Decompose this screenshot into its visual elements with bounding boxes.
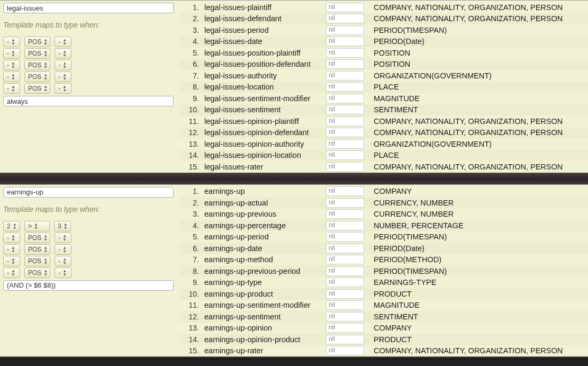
select-value: -: [58, 61, 60, 69]
select-value: -: [7, 50, 9, 57]
template-name-input[interactable]: [3, 3, 174, 13]
rule-b-select[interactable]: POS▲▼: [24, 256, 50, 266]
rule-a-select[interactable]: -▲▼: [3, 37, 20, 47]
slot-row: 15.earnings-up-raternilCOMPANY, NATIONAL…: [180, 345, 588, 357]
slot-name: earnings-up-product: [204, 290, 326, 298]
slot-default-input[interactable]: nil: [326, 128, 364, 137]
rule-b-select[interactable]: POS▲▼: [24, 37, 50, 47]
rule-a-select[interactable]: -▲▼: [3, 60, 20, 70]
rule-b-select[interactable]: POS▲▼: [24, 72, 50, 82]
slot-type: COMPANY: [374, 324, 588, 332]
rule-c-select[interactable]: -▲▼: [55, 60, 71, 70]
slot-default-input[interactable]: nil: [326, 198, 364, 208]
rule-a-select[interactable]: -▲▼: [3, 83, 20, 94]
stepper-arrows-icon: ▲▼: [62, 85, 67, 92]
slot-default-input[interactable]: nil: [326, 346, 364, 355]
slot-default-input[interactable]: nil: [326, 48, 364, 58]
slot-default-input[interactable]: nil: [326, 255, 364, 264]
slot-default-input[interactable]: nil: [326, 82, 364, 92]
stepper-arrows-icon: ▲▼: [62, 73, 67, 81]
rule-a-select[interactable]: -▲▼: [3, 267, 20, 278]
slot-default-cell: nil: [326, 323, 374, 333]
rule-c-select[interactable]: -▲▼: [55, 72, 71, 82]
slot-default-input[interactable]: nil: [326, 312, 364, 322]
rule-c-select[interactable]: -▲▼: [55, 233, 71, 243]
stepper-arrows-icon: ▲▼: [11, 61, 15, 69]
slot-row: 2.legal-issues-defendantnilCOMPANY, NATI…: [180, 13, 588, 25]
stepper-arrows-icon: ▲▼: [43, 73, 48, 81]
slot-default-input[interactable]: nil: [326, 117, 364, 126]
slot-default-input[interactable]: nil: [326, 139, 364, 149]
rule-b-select[interactable]: POS▲▼: [24, 83, 50, 94]
rule-a-select[interactable]: -▲▼: [3, 233, 20, 243]
slot-name: legal-issues-period: [204, 26, 326, 34]
template-name-input[interactable]: [3, 187, 174, 198]
rule-c-select[interactable]: -▲▼: [55, 256, 71, 266]
slot-default-input[interactable]: nil: [326, 94, 364, 103]
slot-type: COMPANY, NATIONALITY, ORGANIZATION, PERS…: [374, 3, 588, 12]
rule-b-select[interactable]: >▲▼: [24, 221, 50, 231]
slot-name: earnings-up-method: [204, 255, 326, 264]
slot-default-input[interactable]: nil: [326, 25, 364, 35]
slot-default-input[interactable]: nil: [326, 14, 364, 23]
slot-default-input[interactable]: nil: [326, 71, 364, 81]
slot-default-input[interactable]: nil: [326, 278, 364, 287]
slot-row: 8.legal-issues-locationnilPLACE: [180, 82, 588, 93]
slot-default-cell: nil: [326, 71, 374, 81]
slot-row: 5.earnings-up-periodnilPERIOD(TIMESPAN): [180, 231, 588, 243]
slot-default-input[interactable]: nil: [326, 59, 364, 69]
rule-a-select[interactable]: -▲▼: [3, 48, 20, 59]
slot-default-input[interactable]: nil: [326, 232, 364, 242]
slot-default-input[interactable]: nil: [326, 150, 364, 160]
slot-default-input[interactable]: nil: [326, 162, 364, 172]
rule-c-select[interactable]: -▲▼: [55, 37, 71, 47]
slot-default-input[interactable]: nil: [326, 323, 364, 333]
rule-row: -▲▼POS▲▼-▲▼: [3, 244, 177, 255]
section-label: Template maps to type when:: [3, 21, 177, 29]
rule-a-select[interactable]: -▲▼: [3, 256, 20, 266]
select-value: -: [7, 85, 9, 92]
select-value: 2: [7, 222, 11, 230]
slot-default-input[interactable]: nil: [326, 186, 364, 196]
rule-a-select[interactable]: -▲▼: [3, 72, 20, 82]
rule-a-select[interactable]: 2▲▼: [3, 221, 20, 231]
select-value: POS: [28, 246, 41, 253]
rule-c-select[interactable]: -▲▼: [55, 83, 71, 94]
slot-name: legal-issues-rater: [204, 163, 326, 171]
rule-row: -▲▼POS▲▼-▲▼: [3, 37, 177, 47]
rule-a-select[interactable]: -▲▼: [3, 244, 20, 255]
slot-default-input[interactable]: nil: [326, 335, 364, 344]
slot-default-input[interactable]: nil: [326, 37, 364, 46]
slot-default-input[interactable]: nil: [326, 300, 364, 310]
rule-c-select[interactable]: -▲▼: [55, 48, 71, 59]
slot-default-cell: nil: [326, 139, 374, 149]
rule-c-select[interactable]: 3▲▼: [54, 221, 71, 231]
select-value: POS: [28, 269, 41, 276]
slot-type: NUMBER, PERCENTAGE: [374, 221, 588, 230]
slot-default-cell: nil: [326, 198, 374, 208]
template-expr-input[interactable]: [3, 280, 174, 291]
slot-default-input[interactable]: nil: [326, 266, 364, 276]
slot-default-input[interactable]: nil: [326, 244, 364, 253]
rule-b-select[interactable]: POS▲▼: [24, 267, 50, 278]
rule-b-select[interactable]: POS▲▼: [24, 60, 50, 70]
slot-default-input[interactable]: nil: [326, 105, 364, 114]
rule-b-select[interactable]: POS▲▼: [24, 48, 50, 59]
slot-index: 2.: [180, 199, 204, 207]
stepper-arrows-icon: ▲▼: [11, 269, 15, 276]
slot-default-input[interactable]: nil: [326, 289, 364, 299]
rule-c-select[interactable]: -▲▼: [55, 244, 71, 255]
slot-row: 12.legal-issues-opinion-defendantnilCOMP…: [180, 127, 588, 139]
stepper-arrows-icon: ▲▼: [62, 257, 67, 265]
slot-default-input[interactable]: nil: [326, 3, 364, 12]
slot-default-input[interactable]: nil: [326, 221, 364, 230]
template-expr-input[interactable]: [3, 96, 174, 106]
slot-default-input[interactable]: nil: [326, 209, 364, 219]
slot-type: PRODUCT: [374, 290, 588, 298]
select-value: POS: [28, 61, 41, 69]
slot-default-cell: nil: [326, 266, 374, 276]
rule-b-select[interactable]: POS▲▼: [24, 233, 50, 243]
rule-c-select[interactable]: -▲▼: [55, 267, 71, 278]
slot-default-cell: nil: [326, 335, 374, 344]
rule-b-select[interactable]: POS▲▼: [24, 244, 50, 255]
